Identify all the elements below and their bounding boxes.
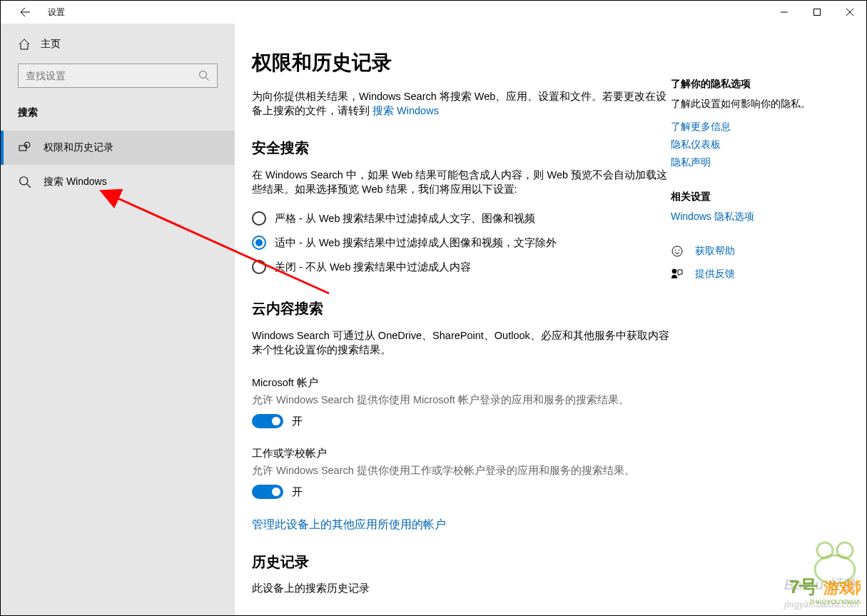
cloud-search-heading: 云内容搜索 xyxy=(252,299,671,318)
work-account-toggle[interactable] xyxy=(252,485,283,499)
svg-rect-1 xyxy=(814,9,821,16)
radio-off[interactable]: 关闭 - 不从 Web 搜索结果中过滤成人内容 xyxy=(252,255,671,279)
content-main: 权限和历史记录 为向你提供相关结果，Windows Search 将搜索 Web… xyxy=(252,49,671,615)
home-nav[interactable]: 主页 xyxy=(1,29,235,59)
svg-point-4 xyxy=(200,71,207,79)
sidebar: 主页 搜索 权限和历史记录 搜索 Windows xyxy=(1,24,235,615)
privacy-statement-link[interactable]: 隐私声明 xyxy=(671,156,849,169)
sidebar-item-label: 搜索 Windows xyxy=(44,176,107,188)
radio-label: 严格 - 从 Web 搜索结果中过滤掉成人文字、图像和视频 xyxy=(275,212,536,226)
radio-circle-icon xyxy=(252,260,266,274)
work-account-heading: 工作或学校帐户 xyxy=(252,447,671,460)
minimize-icon xyxy=(781,9,788,16)
search-windows-icon xyxy=(18,175,32,189)
svg-point-11 xyxy=(675,250,676,251)
titlebar: 设置 xyxy=(1,1,866,24)
search-input[interactable] xyxy=(26,70,198,81)
feedback-label: 提供反馈 xyxy=(695,268,735,281)
svg-point-8 xyxy=(20,177,28,185)
svg-point-12 xyxy=(679,250,680,251)
windows-privacy-link[interactable]: Windows 隐私选项 xyxy=(671,211,849,223)
learn-more-link[interactable]: 了解更多信息 xyxy=(671,121,849,133)
back-button[interactable] xyxy=(18,5,32,19)
svg-line-5 xyxy=(206,78,210,81)
get-help-link[interactable]: 获取帮助 xyxy=(671,245,849,258)
home-label: 主页 xyxy=(41,38,61,51)
feedback-link[interactable]: 提供反馈 xyxy=(671,268,849,281)
window-title: 设置 xyxy=(48,6,65,19)
close-icon xyxy=(846,9,853,16)
safe-search-heading: 安全搜索 xyxy=(252,138,671,158)
cloud-search-desc: Windows Search 可通过从 OneDrive、SharePoint、… xyxy=(252,328,671,358)
toggle-label: 开 xyxy=(292,415,303,428)
feedback-icon xyxy=(671,268,684,281)
work-account-desc: 允许 Windows Search 提供你使用工作或学校帐户登录的应用和服务的搜… xyxy=(252,463,671,478)
radio-moderate[interactable]: 适中 - 从 Web 搜索结果中过滤掉成人图像和视频，文字除外 xyxy=(252,231,671,255)
ms-account-toggle[interactable] xyxy=(252,414,283,428)
privacy-text: 了解此设置如何影响你的隐私。 xyxy=(671,98,849,111)
toggle-label: 开 xyxy=(292,485,303,499)
search-input-wrapper[interactable] xyxy=(18,64,218,88)
manage-accounts-link[interactable]: 管理此设备上的其他应用所使用的帐户 xyxy=(252,518,446,530)
ms-account-heading: Microsoft 帐户 xyxy=(252,376,671,390)
svg-point-13 xyxy=(672,269,676,273)
safe-search-desc: 在 Windows Search 中，如果 Web 结果可能包含成人内容，则 W… xyxy=(252,168,671,197)
history-sub: 此设备上的搜索历史记录 xyxy=(252,582,671,595)
maximize-icon xyxy=(813,9,821,16)
radio-label: 适中 - 从 Web 搜索结果中过滤掉成人图像和视频，文字除外 xyxy=(275,236,557,250)
search-icon xyxy=(198,70,210,81)
maximize-button[interactable] xyxy=(801,1,833,24)
svg-point-7 xyxy=(24,142,30,148)
minimize-button[interactable] xyxy=(768,1,801,24)
radio-label: 关闭 - 不从 Web 搜索结果中过滤成人内容 xyxy=(275,261,472,274)
radio-circle-icon xyxy=(252,211,266,226)
sidebar-section-label: 搜索 xyxy=(1,99,235,131)
svg-point-10 xyxy=(672,246,682,256)
help-icon xyxy=(671,245,684,258)
history-heading: 历史记录 xyxy=(252,552,671,572)
home-icon xyxy=(18,38,31,51)
search-windows-link[interactable]: 搜索 Windows xyxy=(372,105,439,116)
radio-circle-icon xyxy=(252,236,266,250)
permissions-icon xyxy=(18,141,32,155)
help-label: 获取帮助 xyxy=(695,245,735,258)
close-button[interactable] xyxy=(833,1,866,24)
intro-text: 为向你提供相关结果，Windows Search 将搜索 Web、应用、设置和文… xyxy=(252,89,671,118)
sidebar-item-permissions-history[interactable]: 权限和历史记录 xyxy=(1,131,235,165)
arrow-left-icon xyxy=(19,6,31,18)
ms-account-desc: 允许 Windows Search 提供你使用 Microsoft 帐户登录的应… xyxy=(252,393,671,407)
privacy-dashboard-link[interactable]: 隐私仪表板 xyxy=(671,138,849,151)
safe-search-radio-group: 严格 - 从 Web 搜索结果中过滤掉成人文字、图像和视频 适中 - 从 Web… xyxy=(252,206,671,279)
radio-strict[interactable]: 严格 - 从 Web 搜索结果中过滤掉成人文字、图像和视频 xyxy=(252,206,671,231)
related-heading: 相关设置 xyxy=(671,191,849,203)
page-title: 权限和历史记录 xyxy=(252,49,671,76)
svg-rect-6 xyxy=(19,146,26,151)
svg-line-9 xyxy=(27,184,31,188)
privacy-heading: 了解你的隐私选项 xyxy=(671,78,849,91)
sidebar-item-label: 权限和历史记录 xyxy=(44,141,113,154)
content-side: 了解你的隐私选项 了解此设置如何影响你的隐私。 了解更多信息 隐私仪表板 隐私声… xyxy=(671,49,849,615)
sidebar-item-search-windows[interactable]: 搜索 Windows xyxy=(1,165,235,199)
